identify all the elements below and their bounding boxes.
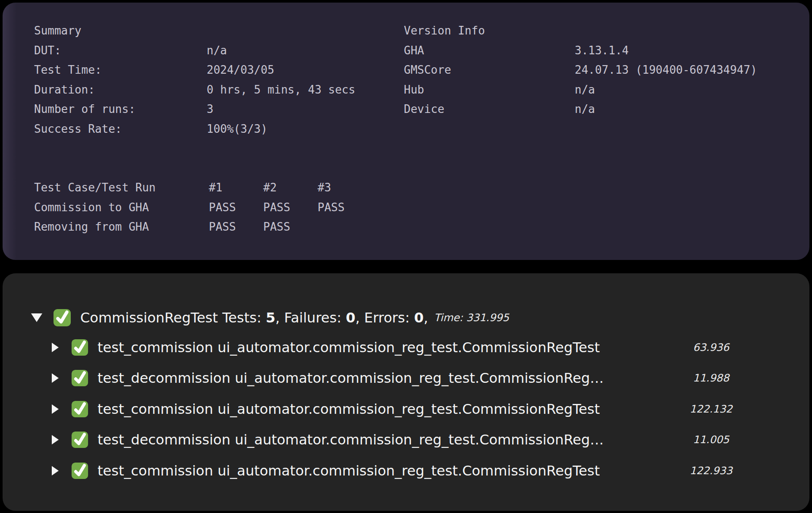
summary-label: Duration: — [34, 80, 207, 100]
suite-name: CommissionRegTest — [80, 310, 218, 326]
suite-header-row[interactable]: CommissionRegTest Tests: 5, Failures: 0,… — [3, 303, 809, 332]
test-time: 11.005 — [685, 434, 737, 446]
run-table-row-commission: Commission to GHA PASS PASS PASS — [34, 198, 809, 218]
test-row[interactable]: test_decommission ui_automator.commissio… — [3, 425, 809, 456]
test-time: 122.933 — [685, 465, 737, 477]
test-row[interactable]: test_commission ui_automator.commission_… — [3, 394, 809, 425]
version-value: 3.13.1.4 — [575, 41, 629, 61]
suite-time: Time: 331.995 — [434, 312, 509, 324]
caret-down-icon[interactable] — [31, 313, 42, 322]
tests-label: Tests: — [218, 310, 266, 326]
failures-label: , Failures: — [275, 310, 346, 326]
version-info-title: Version Info — [404, 21, 575, 41]
run-table-header-label: Test Case/Test Run — [34, 178, 209, 198]
version-row-gmscore: GMSCore 24.07.13 (190400-607434947) — [404, 60, 809, 80]
version-row-hub: Hub n/a — [404, 80, 809, 100]
result-cell: PASS — [318, 198, 372, 218]
caret-right-icon[interactable] — [52, 404, 59, 414]
test-case-label: Commission to GHA — [34, 198, 209, 218]
summary-label: Success Rate: — [34, 119, 207, 139]
test-name: test_commission ui_automator.commission_… — [98, 463, 600, 479]
version-row-gha: GHA 3.13.1.4 — [404, 41, 809, 61]
summary-label: DUT: — [34, 41, 207, 61]
summary-label: Test Time: — [34, 60, 207, 80]
result-cell: PASS — [209, 217, 263, 237]
summary-row-test-time: Test Time: 2024/03/05 — [34, 60, 404, 80]
summary-value: 100%(3/3) — [207, 119, 268, 139]
test-name: test_decommission ui_automator.commissio… — [98, 370, 604, 386]
test-time: 122.132 — [685, 403, 737, 415]
pass-check-icon — [53, 308, 72, 327]
run-column-1: #1 — [209, 178, 263, 198]
caret-right-icon[interactable] — [52, 343, 59, 352]
pass-check-icon — [71, 462, 89, 480]
test-run-table: Test Case/Test Run #1 #2 #3 Commission t… — [34, 178, 809, 237]
summary-value: 3 — [207, 100, 214, 119]
screen-root: Summary DUT: n/a Test Time: 2024/03/05 D… — [0, 0, 812, 513]
test-case-label: Removing from GHA — [34, 217, 209, 237]
summary-row-duration: Duration: 0 hrs, 5 mins, 43 secs — [34, 80, 404, 100]
result-cell: PASS — [263, 217, 318, 237]
version-value: 24.07.13 (190400-607434947) — [575, 60, 757, 80]
version-row-device: Device n/a — [404, 100, 809, 119]
failures-count: 0 — [346, 310, 355, 326]
run-column-3: #3 — [318, 178, 372, 198]
run-column-2: #2 — [263, 178, 318, 198]
test-row[interactable]: test_commission ui_automator.commission_… — [3, 455, 809, 486]
pass-check-icon — [71, 431, 89, 449]
summary-row-success-rate: Success Rate: 100%(3/3) — [34, 119, 404, 139]
errors-count: 0 — [414, 310, 424, 326]
tests-count: 5 — [266, 310, 275, 326]
summary-title: Summary — [34, 21, 207, 41]
pass-check-icon — [71, 400, 89, 418]
version-value: n/a — [575, 100, 595, 119]
caret-right-icon[interactable] — [52, 435, 59, 444]
version-label: GMSCore — [404, 60, 575, 80]
errors-label: , Errors: — [356, 310, 414, 326]
run-table-header: Test Case/Test Run #1 #2 #3 — [34, 178, 809, 198]
result-cell — [318, 217, 372, 237]
version-label: Hub — [404, 80, 575, 100]
pass-check-icon — [71, 338, 89, 357]
summary-row-number-of-runs: Number of runs: 3 — [34, 100, 404, 119]
summary-value: n/a — [207, 41, 227, 61]
pass-check-icon — [71, 369, 89, 387]
summary-panel: Summary DUT: n/a Test Time: 2024/03/05 D… — [3, 3, 809, 260]
caret-right-icon[interactable] — [52, 373, 59, 383]
caret-right-icon[interactable] — [52, 466, 59, 475]
summary-row-dut: DUT: n/a — [34, 41, 404, 61]
test-name: test_commission ui_automator.commission_… — [98, 401, 600, 417]
version-value: n/a — [575, 80, 595, 100]
result-cell: PASS — [263, 198, 318, 218]
run-table-row-removing: Removing from GHA PASS PASS — [34, 217, 809, 237]
summary-value: 2024/03/05 — [207, 60, 274, 80]
test-row[interactable]: test_commission ui_automator.commission_… — [3, 332, 809, 363]
result-cell: PASS — [209, 198, 263, 218]
summary-label: Number of runs: — [34, 100, 207, 119]
version-label: Device — [404, 100, 575, 119]
test-time: 63.936 — [685, 341, 737, 353]
summary-section: Summary DUT: n/a Test Time: 2024/03/05 D… — [34, 21, 404, 139]
version-label: GHA — [404, 41, 575, 61]
trailing-comma: , — [424, 310, 428, 326]
test-name: test_decommission ui_automator.commissio… — [98, 432, 604, 448]
test-row[interactable]: test_decommission ui_automator.commissio… — [3, 363, 809, 394]
version-info-section: Version Info GHA 3.13.1.4 GMSCore 24.07.… — [404, 21, 809, 139]
test-time: 11.988 — [685, 372, 737, 384]
results-panel: CommissionRegTest Tests: 5, Failures: 0,… — [3, 273, 809, 511]
summary-value: 0 hrs, 5 mins, 43 secs — [207, 80, 355, 100]
test-name: test_commission ui_automator.commission_… — [98, 339, 600, 356]
